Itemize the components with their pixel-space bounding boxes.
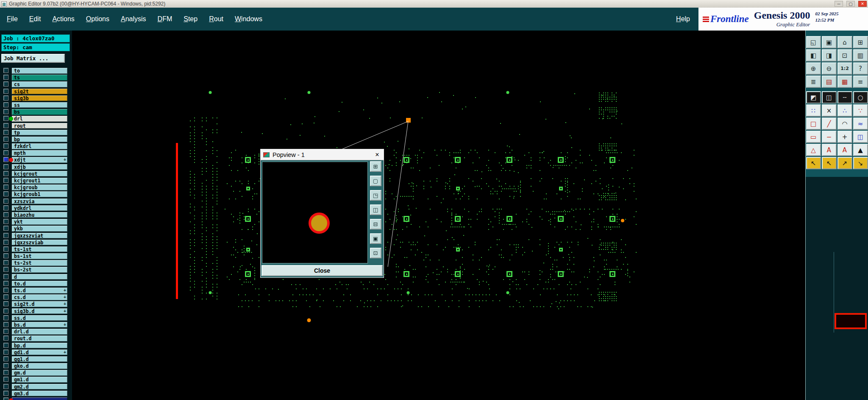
popview-titlebar[interactable]: Popview - 1 × [261,149,384,160]
layer-name[interactable]: sig3b [12,95,67,101]
layer-name[interactable]: rout [12,123,67,129]
layer-name[interactable]: kcjgrout1 [12,178,67,184]
layer-checkbox[interactable] [3,377,8,382]
layer-row[interactable]: ts.d+ [0,287,72,294]
cursor-se-icon[interactable]: ↘ [853,157,868,169]
maximize-button[interactable]: ▢ [846,1,855,7]
layer-checkbox[interactable] [3,294,8,299]
layer-checkbox[interactable] [3,233,8,238]
layer-name[interactable]: cs [12,81,67,87]
pv-zoom-in-icon[interactable]: ⊞ [370,161,381,172]
letter-a-red-icon[interactable]: A [822,144,837,156]
layer-name[interactable]: ts.d+ [12,288,67,294]
layer-row[interactable] [0,397,72,400]
layer-checkbox[interactable] [3,356,8,361]
layer-checkbox[interactable] [3,95,8,101]
triangle-filled-icon[interactable]: ▲ [853,144,868,156]
layer-row[interactable]: drl.d [0,328,72,335]
layer-name[interactable]: drl.d [12,329,67,335]
layer-name[interactable]: mpth [12,150,67,156]
layer-row[interactable]: kcjgroub1 [0,191,72,198]
layer-name[interactable]: ykt [12,219,67,225]
layer-checkbox[interactable] [3,178,8,183]
layer-checkbox[interactable] [3,315,8,320]
layer-checkbox[interactable] [3,336,8,341]
layer-row[interactable]: sig2t [0,88,72,95]
layer-checkbox[interactable] [3,246,8,252]
pv-snapshot-icon[interactable]: ▣ [370,233,381,244]
layer-name[interactable]: gm2.d [12,384,67,390]
rows-icon[interactable]: ▤ [822,76,837,88]
layer-row[interactable]: d [0,274,72,280]
layer-checkbox[interactable] [3,329,8,334]
layer-checkbox[interactable] [3,260,8,265]
pv-corner-view-icon[interactable]: ◳ [370,190,381,201]
layer-name[interactable]: gm3.d [12,391,67,397]
layer-checkbox[interactable] [3,199,8,204]
hatch-icon[interactable]: ▥ [853,49,868,62]
layer-checkbox[interactable] [3,301,8,306]
layer-checkbox[interactable] [3,137,8,142]
layer-row[interactable]: kcjgrout [0,171,72,177]
layer-row[interactable]: sig3b [0,95,72,102]
layer-row[interactable]: ykt [0,218,72,225]
layer-name[interactable]: ydkdrl [12,205,67,211]
layer-row[interactable]: gko.d [0,363,72,369]
layer-name[interactable]: biaozhu [12,212,67,218]
layer-name[interactable]: bs.d+ [12,322,67,328]
layer-checkbox[interactable] [3,164,8,169]
layer-name[interactable]: gko.d [12,363,67,369]
layer-checkbox[interactable] [3,397,8,400]
layer-name[interactable]: drl [12,116,67,122]
layer-checkbox[interactable] [3,350,8,355]
layer-row[interactable]: xzszvia [0,198,72,205]
scale-1-2-icon[interactable]: 1:2 [837,62,852,75]
layer-checkbox[interactable] [3,391,8,396]
layer-name[interactable]: kcjgrout [12,171,67,177]
layer-name[interactable]: gg1.d [12,356,67,362]
query-icon[interactable]: ? [853,62,868,75]
layer-row[interactable]: ydkdrl [0,205,72,212]
menu-analysis[interactable]: Analysis [121,15,146,23]
layer-checkbox[interactable] [3,185,8,190]
layer-checkbox[interactable] [3,308,8,313]
layer-row[interactable]: mpth [0,150,72,157]
layer-row[interactable]: tp [0,129,72,136]
layer-checkbox[interactable] [3,370,8,375]
menu-step[interactable]: Step [184,15,198,23]
layer-name[interactable]: jgxzszviat [12,233,67,239]
letter-a-icon[interactable]: A [837,144,852,156]
layer-checkbox[interactable] [3,191,8,196]
layer-name[interactable]: ss.d [12,315,67,321]
layer-name[interactable]: ts-2st [12,260,67,266]
layer-name[interactable]: kcjgroub1 [12,191,67,197]
layer-name[interactable]: sig3b.d+ [12,308,67,314]
list-lines-icon[interactable]: ≣ [806,76,821,88]
red-square-icon[interactable]: □ [806,117,821,130]
layer-checkbox[interactable] [3,109,8,114]
layer-checkbox[interactable] [3,253,8,258]
job-matrix-button[interactable]: Job Matrix ... [1,54,65,63]
layer-name[interactable]: bs [12,109,67,115]
layer-name[interactable]: sig2t [12,89,67,95]
layer-name[interactable]: ss [12,102,67,108]
split-window-icon[interactable]: ◫ [822,91,837,103]
layer-checkbox[interactable] [3,274,8,279]
layer-row[interactable]: gd1.d+ [0,349,72,356]
layer-row[interactable]: to [0,67,72,74]
menu-windows[interactable]: Windows [235,15,262,23]
layer-checkbox[interactable] [3,205,8,210]
circle-outline-icon[interactable]: ○ [853,91,868,103]
half-left-icon[interactable]: ◧ [806,49,821,62]
menu-options[interactable]: Options [86,15,109,23]
layer-checkbox[interactable] [3,143,8,148]
layer-row[interactable]: sig2t.d+ [0,301,72,308]
layer-row[interactable]: xdjb [0,164,72,171]
layer-name[interactable]: ts [12,75,67,81]
layer-row[interactable]: ss [0,102,72,109]
layer-checkbox[interactable] [3,81,8,87]
layer-checkbox[interactable] [3,212,8,217]
layer-checkbox[interactable] [3,267,8,272]
minimize-button[interactable]: ─ [835,1,843,7]
cursor-nw2-icon[interactable]: ↖ [822,157,837,169]
